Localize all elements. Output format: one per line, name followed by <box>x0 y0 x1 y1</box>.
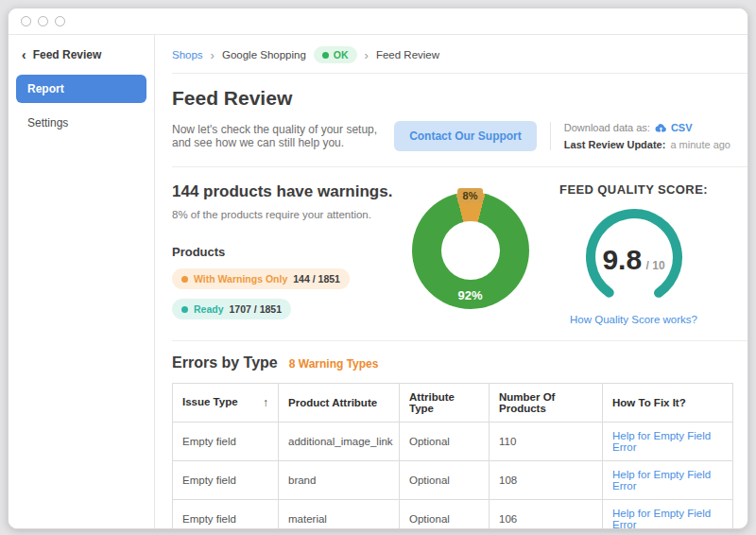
download-label: Download data as: <box>564 122 650 133</box>
table-row: Empty field additional_image_link Option… <box>173 423 733 461</box>
sort-ascending-icon[interactable]: ↑ <box>263 396 268 409</box>
cell-number-of-products: 108 <box>490 461 603 500</box>
window-titlebar <box>9 9 747 35</box>
column-header-attribute-type[interactable]: Attribute Type <box>400 384 490 423</box>
divider <box>172 73 747 74</box>
legend-dot-icon <box>181 276 188 283</box>
sidebar-back-label: Feed Review <box>33 48 102 61</box>
cell-number-of-products: 110 <box>490 423 603 461</box>
warning-types-badge: 8 Warning Types <box>289 357 379 371</box>
legend-label: With Warnings Only <box>194 273 287 285</box>
cell-attribute-type: Optional <box>400 500 490 530</box>
column-header-number-of-products[interactable]: Number Of Products <box>490 384 603 423</box>
donut-hole <box>441 221 500 280</box>
quality-score-gauge: 9.8 / 10 <box>578 204 690 310</box>
legend-value: 1707 / 1851 <box>230 303 282 315</box>
table-row: Empty field material Optional 106 Help f… <box>173 500 733 530</box>
column-header-how-to-fix[interactable]: How To Fix It? <box>603 384 733 423</box>
sidebar-back-link[interactable]: ‹ Feed Review <box>9 48 154 75</box>
last-review-label: Last Review Update: <box>564 139 666 150</box>
warnings-headline: 144 products have warnings. <box>172 182 404 201</box>
sidebar-item-report[interactable]: Report <box>16 75 146 103</box>
cell-issue-type: Empty field <box>173 461 279 500</box>
cell-product-attribute: brand <box>279 461 400 500</box>
legend-label: Ready <box>194 303 224 315</box>
contact-support-button[interactable]: Contact Our Support <box>394 121 537 151</box>
cell-attribute-type: Optional <box>400 461 490 500</box>
main-content: Shops › Google Shopping OK › Feed Review… <box>155 35 747 529</box>
breadcrumb: Shops › Google Shopping OK › Feed Review <box>155 35 747 73</box>
cell-number-of-products: 106 <box>490 500 603 530</box>
legend-value: 144 / 1851 <box>293 273 340 285</box>
breadcrumb-current-page: Feed Review <box>376 49 439 60</box>
legend-dot-icon <box>181 306 188 313</box>
help-link[interactable]: Help for Empty Field Error <box>612 430 711 453</box>
help-link[interactable]: Help for Empty Field Error <box>612 508 711 529</box>
chevron-left-icon: ‹ <box>22 48 26 61</box>
chevron-separator-icon: › <box>365 48 369 62</box>
status-badge: OK <box>314 46 357 63</box>
quality-score-title: FEED QUALITY SCORE: <box>537 182 730 197</box>
page-subtitle: Now let's check the quality of your setu… <box>172 123 381 149</box>
app-window: ‹ Feed Review Report Settings Shops › Go… <box>8 8 748 529</box>
sidebar-item-settings[interactable]: Settings <box>16 109 146 137</box>
quality-score-panel: FEED QUALITY SCORE: 9.8 / 10 How Quality… <box>537 182 730 327</box>
status-dot-icon <box>322 52 329 59</box>
table-header-row: Issue Type ↑ Product Attribute Attribute… <box>173 384 733 423</box>
cell-attribute-type: Optional <box>400 423 490 461</box>
column-header-product-attribute[interactable]: Product Attribute <box>279 384 400 423</box>
maximize-button[interactable] <box>55 16 65 26</box>
breadcrumb-shop-name: Google Shopping <box>222 49 306 60</box>
quality-score-max: / 10 <box>646 259 665 272</box>
status-label: OK <box>334 49 349 60</box>
legend-item-ready: Ready 1707 / 1851 <box>172 299 291 319</box>
cell-product-attribute: material <box>279 500 400 530</box>
quality-score-value: 9.8 <box>602 244 642 275</box>
table-row: Empty field brand Optional 108 Help for … <box>173 461 733 500</box>
csv-label: CSV <box>671 122 693 133</box>
sidebar-item-label: Report <box>27 82 64 95</box>
column-header-issue-type[interactable]: Issue Type ↑ <box>173 384 279 423</box>
download-csv-link[interactable]: CSV <box>655 122 693 133</box>
cell-issue-type: Empty field <box>173 423 279 461</box>
cell-issue-type: Empty field <box>173 500 279 530</box>
chevron-separator-icon: › <box>211 48 215 62</box>
cloud-download-icon <box>655 123 667 133</box>
errors-section-title: Errors by Type <box>172 354 278 371</box>
summary-section: 144 products have warnings. 8% of the pr… <box>155 167 747 340</box>
breadcrumb-shops-link[interactable]: Shops <box>172 49 203 60</box>
legend-item-warnings: With Warnings Only 144 / 1851 <box>172 268 350 289</box>
warnings-donut-chart: 8% 92% <box>412 192 529 309</box>
quality-score-help-link[interactable]: How Quality Score works? <box>570 314 697 325</box>
sidebar: ‹ Feed Review Report Settings <box>9 35 155 529</box>
help-link[interactable]: Help for Empty Field Error <box>612 469 711 492</box>
cell-product-attribute: additional_image_link <box>279 423 400 461</box>
sidebar-item-label: Settings <box>27 116 68 129</box>
warnings-subtext: 8% of the products require your attentio… <box>172 209 404 220</box>
close-button[interactable] <box>21 16 31 26</box>
page-title: Feed Review <box>172 87 730 110</box>
last-review-value: a minute ago <box>670 139 730 150</box>
minimize-button[interactable] <box>38 16 48 26</box>
errors-table: Issue Type ↑ Product Attribute Attribute… <box>172 383 733 529</box>
donut-ready-label: 92% <box>457 288 482 302</box>
donut-warning-label: 8% <box>457 188 484 203</box>
download-block: Download data as: CSV Last Review Update… <box>550 122 730 150</box>
products-label: Products <box>172 245 404 259</box>
